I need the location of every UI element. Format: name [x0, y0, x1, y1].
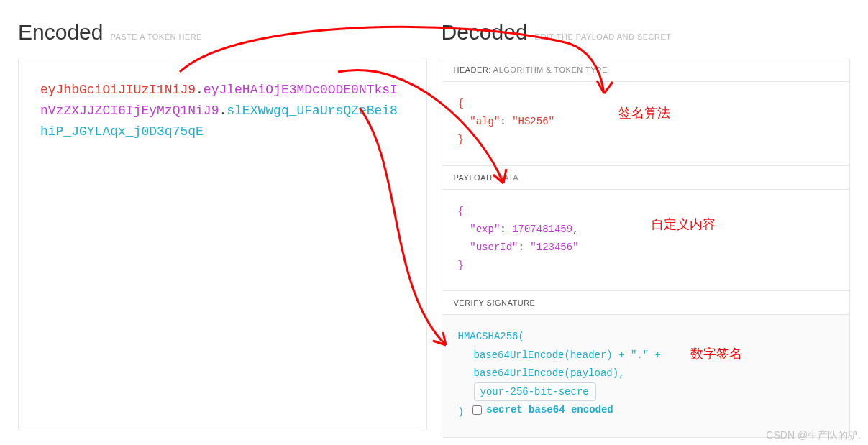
token-dot-2: . [219, 104, 227, 118]
sig-close: ) [458, 406, 464, 418]
decoded-panel: Decoded EDIT THE PAYLOAD AND SECRET HEAD… [442, 0, 851, 438]
payload-section: PAYLOAD: DATA { "exp": 1707481459, "user… [442, 166, 850, 292]
sig-func: HMACSHA256( [458, 331, 524, 342]
encoded-subtitle: PASTE A TOKEN HERE [110, 32, 202, 41]
sig-line1: base64UrlEncode(header) + "." + [458, 347, 834, 364]
decoded-box: HEADER: ALGORITHM & TOKEN TYPE { "alg": … [442, 58, 851, 438]
secret-base64-label[interactable]: secret base64 encoded [486, 401, 613, 419]
signature-section-label: VERIFY SIGNATURE [442, 291, 850, 315]
payload-json-body[interactable]: { "exp": 1707481459, "userId": "123456" … [442, 190, 850, 291]
decoded-title-row: Decoded EDIT THE PAYLOAD AND SECRET [442, 0, 851, 45]
header-json-body[interactable]: { "alg": "HS256" } [442, 82, 850, 165]
payload-section-label: PAYLOAD: DATA [442, 166, 850, 190]
payload-exp-value: 1707481459 [512, 224, 572, 235]
encoded-title: Encoded [18, 20, 103, 45]
signature-section: VERIFY SIGNATURE HMACSHA256( base64UrlEn… [442, 291, 850, 437]
header-section: HEADER: ALGORITHM & TOKEN TYPE { "alg": … [442, 58, 850, 166]
encoded-title-row: Encoded PASTE A TOKEN HERE [18, 0, 427, 45]
header-alg-value: "HS256" [512, 116, 554, 127]
token-dot-1: . [196, 83, 204, 97]
secret-base64-checkbox[interactable] [472, 405, 482, 415]
sig-line2: base64UrlEncode(payload), [458, 364, 834, 382]
decoded-subtitle: EDIT THE PAYLOAD AND SECRET [535, 32, 672, 41]
encoded-token-box[interactable]: eyJhbGciOiJIUzI1NiJ9.eyJleHAiOjE3MDc0ODE… [18, 58, 427, 431]
watermark: CSDN @生产队的驴. [766, 429, 861, 442]
secret-input[interactable] [474, 382, 596, 401]
decoded-title: Decoded [442, 20, 528, 45]
header-section-label: HEADER: ALGORITHM & TOKEN TYPE [442, 58, 850, 82]
payload-userid-value: "123456" [530, 242, 578, 253]
token-header-part: eyJhbGciOiJIUzI1NiJ9 [40, 83, 196, 97]
signature-body: HMACSHA256( base64UrlEncode(header) + ".… [442, 315, 850, 437]
encoded-panel: Encoded PASTE A TOKEN HERE eyJhbGciOiJIU… [18, 0, 427, 438]
